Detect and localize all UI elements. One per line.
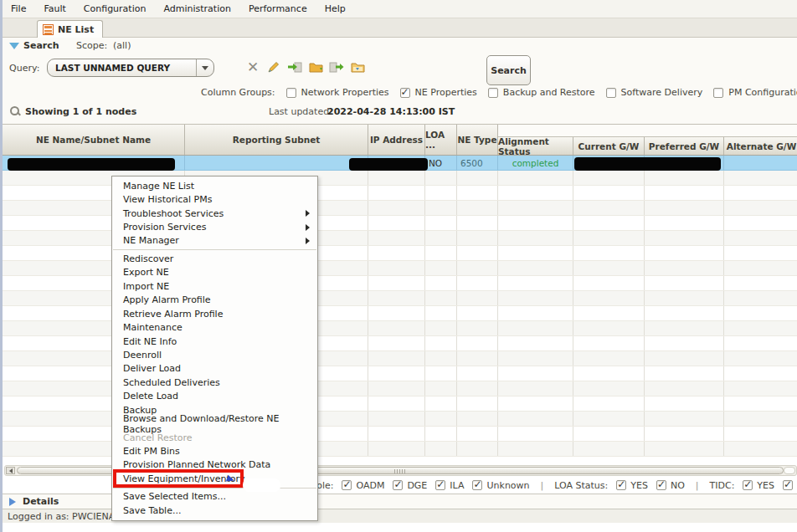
save-query-icon[interactable] bbox=[308, 59, 323, 74]
menu-item-ne-manager[interactable]: NE Manager bbox=[112, 234, 317, 248]
table-cell bbox=[368, 201, 425, 215]
app-window: FileFaultConfigurationAdministrationPerf… bbox=[0, 0, 797, 532]
export-query-icon[interactable] bbox=[329, 59, 344, 74]
menu-item-save-table[interactable]: Save Table... bbox=[112, 504, 317, 517]
menu-item-save-selected-items[interactable]: Save Selected Items... bbox=[112, 490, 317, 504]
menu-item-view-equipment-inventory[interactable]: View Equipment/Inventory bbox=[112, 472, 317, 485]
apply-query-icon[interactable] bbox=[287, 59, 302, 74]
checkbox-yes[interactable] bbox=[616, 480, 626, 490]
menu-item-browse-and-download-restore-ne-backups[interactable]: Browse and Download/Restore NE Backups bbox=[112, 417, 317, 430]
menu-item-edit-ne-info[interactable]: Edit NE Info bbox=[112, 335, 317, 348]
menu-item-retrieve-alarm-profile[interactable]: Retrieve Alarm Profile bbox=[112, 307, 317, 320]
checkbox-ila[interactable] bbox=[435, 480, 445, 490]
table-cell bbox=[425, 336, 457, 350]
menubar-item-file[interactable]: File bbox=[11, 3, 26, 14]
query-dropdown-arrow[interactable] bbox=[196, 59, 213, 76]
menu-item-maintenance[interactable]: Maintenance bbox=[112, 320, 317, 334]
menubar-item-configuration[interactable]: Configuration bbox=[84, 3, 147, 14]
query-dropdown[interactable]: LAST UNNAMED QUERY bbox=[47, 59, 214, 77]
menu-item-deenroll[interactable]: Deenroll bbox=[112, 348, 317, 361]
search-button[interactable]: Search bbox=[486, 55, 531, 85]
table-cell bbox=[368, 381, 425, 396]
menu-item-manage-ne-list[interactable]: Manage NE List bbox=[112, 179, 317, 192]
column-group-option[interactable]: Network Properties bbox=[286, 87, 389, 98]
table-cell bbox=[573, 366, 645, 381]
checkbox-label: Backup and Restore bbox=[503, 87, 595, 98]
column-header[interactable]: Current G/W bbox=[573, 137, 645, 155]
checkbox-pm-configuration[interactable] bbox=[713, 88, 723, 98]
tab-ne-list[interactable]: NE List bbox=[37, 20, 103, 38]
table-cell bbox=[498, 291, 573, 305]
filter-option[interactable]: Unknown bbox=[472, 480, 529, 491]
table-cell bbox=[185, 156, 368, 170]
column-group-option[interactable]: Software Delivery bbox=[606, 87, 703, 98]
clear-query-icon[interactable]: ✕ bbox=[245, 59, 260, 74]
menu-item-export-ne[interactable]: Export NE bbox=[112, 266, 317, 279]
filter-option[interactable]: ILA bbox=[435, 480, 464, 491]
column-header[interactable]: NE Name/Subnet Name bbox=[3, 125, 185, 155]
collapse-triangle-icon[interactable] bbox=[9, 43, 19, 49]
menu-item-apply-alarm-profile[interactable]: Apply Alarm Profile bbox=[112, 294, 317, 307]
table-cell bbox=[457, 231, 498, 245]
table-cell bbox=[645, 216, 724, 230]
table-cell bbox=[457, 291, 498, 305]
checkbox-no[interactable] bbox=[656, 480, 666, 490]
column-header[interactable]: LOA ... bbox=[425, 125, 457, 155]
column-header[interactable]: Preferred G/W bbox=[645, 137, 724, 155]
filter-option[interactable]: DGE bbox=[393, 480, 427, 491]
scrollbar-grip-icon bbox=[394, 469, 406, 473]
column-header[interactable]: Alignment Status bbox=[498, 137, 573, 155]
open-query-folder-icon[interactable] bbox=[350, 59, 365, 74]
checkbox-software-delivery[interactable] bbox=[606, 88, 616, 98]
filter-option[interactable]: YES bbox=[616, 480, 648, 491]
column-header[interactable]: Reporting Subnet bbox=[185, 125, 368, 155]
table-cell bbox=[457, 427, 498, 441]
menu-item-delete-load[interactable]: Delete Load bbox=[112, 390, 317, 403]
column-group-subheaders: Alignment StatusCurrent G/WPreferred G/W… bbox=[498, 137, 797, 155]
menu-item-deliver-load[interactable]: Deliver Load bbox=[112, 362, 317, 376]
column-group-option[interactable]: PM Configuration bbox=[713, 87, 797, 98]
table-cell bbox=[425, 291, 457, 305]
filter-option-label: ILA bbox=[450, 480, 464, 491]
menubar-item-administration[interactable]: Administration bbox=[163, 3, 231, 14]
scroll-left-arrow-icon[interactable] bbox=[6, 467, 15, 474]
menu-item-troubleshoot-services[interactable]: Troubleshoot Services bbox=[112, 207, 317, 220]
table-cell bbox=[724, 186, 797, 200]
filter-option[interactable]: NO bbox=[656, 480, 685, 491]
column-group-option[interactable]: NE Properties bbox=[400, 87, 477, 98]
menu-item-label: Troubleshoot Services bbox=[123, 208, 224, 219]
column-group-option[interactable]: Backup and Restore bbox=[488, 87, 595, 98]
checkbox-ne-properties[interactable] bbox=[400, 88, 410, 98]
table-cell bbox=[368, 396, 425, 411]
tab-ne-list-label: NE List bbox=[58, 24, 94, 35]
menubar-item-performance[interactable]: Performance bbox=[249, 3, 307, 14]
filter-option[interactable]: OADM bbox=[342, 480, 384, 491]
table-cell bbox=[425, 381, 457, 396]
column-header[interactable]: NE Type bbox=[457, 125, 498, 155]
menubar-item-fault[interactable]: Fault bbox=[44, 3, 65, 14]
menu-item-scheduled-deliveries[interactable]: Scheduled Deliveries bbox=[112, 376, 317, 389]
table-cell bbox=[457, 246, 498, 260]
filter-option[interactable]: NO bbox=[783, 480, 797, 491]
checkbox-oadm[interactable] bbox=[342, 480, 352, 490]
table-cell bbox=[457, 186, 498, 200]
menu-item-edit-pm-bins[interactable]: Edit PM Bins bbox=[112, 444, 317, 458]
menu-item-provision-services[interactable]: Provision Services bbox=[112, 220, 317, 233]
edit-query-icon[interactable] bbox=[266, 59, 281, 74]
menu-item-import-ne[interactable]: Import NE bbox=[112, 279, 317, 293]
checkbox-network-properties[interactable] bbox=[286, 88, 296, 98]
filter-option[interactable]: YES bbox=[743, 480, 774, 491]
table-cell bbox=[645, 442, 724, 456]
checkbox-no[interactable] bbox=[783, 480, 793, 490]
menu-item-view-historical-pms[interactable]: View Historical PMs bbox=[112, 192, 317, 206]
column-header[interactable]: Alternate G/W bbox=[724, 137, 797, 155]
expand-triangle-icon[interactable] bbox=[9, 498, 16, 506]
filter-group-label: LOA Status: bbox=[554, 480, 608, 491]
checkbox-dge[interactable] bbox=[393, 480, 403, 490]
checkbox-unknown[interactable] bbox=[472, 480, 482, 490]
column-header[interactable]: IP Address bbox=[368, 125, 425, 155]
menubar-item-help[interactable]: Help bbox=[325, 3, 346, 14]
checkbox-yes[interactable] bbox=[743, 480, 753, 490]
checkbox-backup-and-restore[interactable] bbox=[488, 88, 498, 98]
menu-item-rediscover[interactable]: Rediscover bbox=[112, 252, 317, 265]
